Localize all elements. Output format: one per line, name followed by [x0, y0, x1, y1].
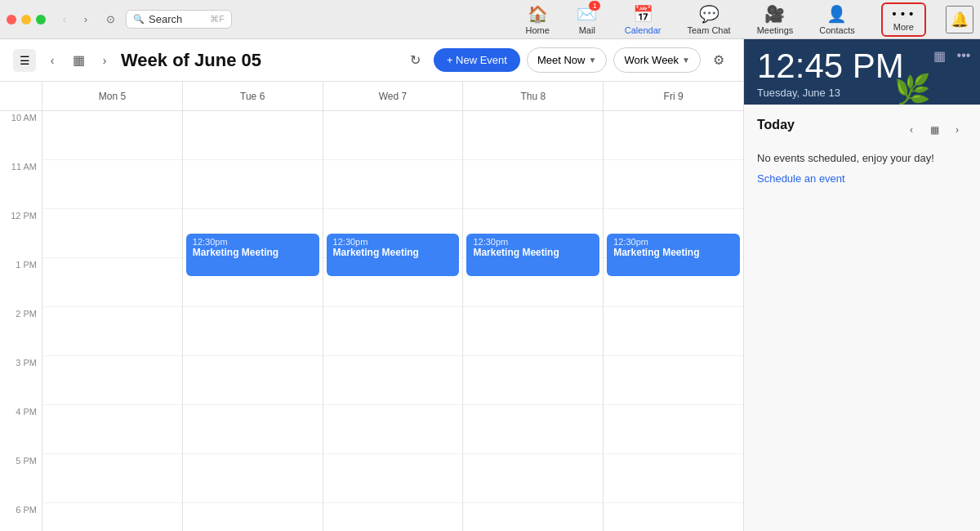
calendar-grid: 10 AM11 AM12 PM1 PM2 PM3 PM4 PM5 PM6 PM … [0, 82, 743, 531]
meet-now-button[interactable]: Meet Now ▼ [527, 47, 607, 73]
time-slot: 3 PM [0, 356, 42, 405]
time-column: 10 AM11 AM12 PM1 PM2 PM3 PM4 PM5 PM6 PM [0, 82, 42, 531]
hour-line [183, 405, 323, 454]
calendar-section: ☰ ‹ ▦ › Week of June 05 ↻ + New Event Me… [0, 39, 743, 531]
time-label: 12 PM [11, 211, 37, 221]
hour-line [323, 405, 463, 454]
day-header: Mon 5 [42, 82, 183, 110]
calendar-toolbar: ☰ ‹ ▦ › Week of June 05 ↻ + New Event Me… [0, 39, 743, 82]
clock-panel: 12:45 PM Tuesday, June 13 ▦ ••• 🌿 [744, 39, 980, 105]
back-button[interactable]: ‹ [56, 11, 74, 29]
time-slot: 2 PM [0, 307, 42, 356]
day-column[interactable]: 12:30pmMarketing Meeting [463, 111, 604, 531]
title-bar: ‹ › ⊙ 🔍 Search ⌘F 🏠 Home ✉️ 1 Mail 📅 Cal… [0, 0, 980, 39]
minimize-button[interactable] [21, 15, 31, 25]
hour-line [463, 307, 603, 356]
hour-line [42, 356, 182, 405]
action-button[interactable]: ⊙ [101, 11, 119, 29]
event-time: 12:30pm [473, 237, 593, 247]
today-grid-button[interactable]: ▦ [924, 120, 944, 140]
today-next-button[interactable]: › [947, 120, 967, 140]
time-slot: 6 PM [0, 503, 42, 531]
mail-label: Mail [579, 25, 595, 35]
forward-button[interactable]: › [77, 11, 95, 29]
toolbar-item-mail[interactable]: ✉️ 1 Mail [563, 1, 612, 38]
view-select-button[interactable]: Work Week ▼ [613, 47, 701, 73]
hour-line [604, 356, 743, 405]
today-header: Today ‹ ▦ › [757, 118, 967, 142]
toolbar-item-calendar[interactable]: 📅 Calendar [612, 1, 675, 38]
toolbar-item-meetings[interactable]: 🎥 Meetings [744, 1, 807, 38]
calendar-title: Week of June 05 [121, 50, 261, 71]
hour-line [463, 111, 603, 160]
day-column[interactable] [42, 111, 183, 531]
event-block[interactable]: 12:30pmMarketing Meeting [607, 234, 740, 276]
cal-prev-button[interactable]: ‹ [42, 51, 62, 70]
event-time: 12:30pm [333, 237, 453, 247]
hour-line [463, 503, 603, 531]
mail-icon: ✉️ 1 [577, 4, 597, 24]
clock-time: 12:45 PM [757, 47, 904, 85]
traffic-lights [7, 15, 46, 25]
day-column[interactable]: 12:30pmMarketing Meeting [183, 111, 323, 531]
day-header: Fri 9 [604, 82, 743, 110]
teamchat-label: Team Chat [687, 25, 730, 35]
hour-line [463, 160, 603, 209]
day-header: Thu 8 [463, 82, 604, 110]
teamchat-icon: 💬 [699, 4, 719, 24]
hour-line [323, 503, 463, 531]
event-title: Marketing Meeting [613, 247, 733, 258]
toolbar-item-more[interactable]: ••• More [868, 0, 939, 40]
cal-grid-icon[interactable]: ▦ [69, 51, 88, 70]
time-label: 3 PM [16, 358, 37, 368]
day-column[interactable]: 12:30pmMarketing Meeting [323, 111, 464, 531]
maximize-button[interactable] [36, 15, 46, 25]
more-options-icon[interactable]: ••• [954, 46, 973, 65]
contacts-icon: 👤 [826, 4, 847, 24]
time-label: 5 PM [16, 456, 37, 466]
window-nav-arrows: ‹ › [56, 11, 95, 29]
calendar-label: Calendar [625, 25, 662, 35]
toolbar-item-home[interactable]: 🏠 Home [512, 1, 562, 38]
hour-line [183, 160, 323, 209]
home-icon: 🏠 [528, 4, 548, 24]
day-columns: 12:30pmMarketing Meeting12:30pmMarketing… [42, 111, 743, 531]
sidebar-toggle-button[interactable]: ☰ [13, 49, 36, 72]
notifications-button[interactable]: 🔔 [946, 6, 973, 33]
hour-line [604, 160, 743, 209]
new-event-button[interactable]: + New Event [434, 48, 520, 72]
hour-line [42, 209, 182, 258]
calendar-icon: 📅 [633, 4, 653, 24]
day-header: Wed 7 [323, 82, 464, 110]
hour-line [463, 454, 603, 503]
hour-line [604, 111, 743, 160]
time-slot: 4 PM [0, 405, 42, 454]
day-column[interactable]: 12:30pmMarketing Meeting [604, 111, 743, 531]
time-slot: 10 AM [0, 111, 42, 160]
meet-now-label: Meet Now [537, 54, 586, 66]
cal-next-button[interactable]: › [95, 51, 114, 70]
today-panel: Today ‹ ▦ › No events scheduled, enjoy y… [744, 105, 980, 199]
event-title: Marketing Meeting [473, 247, 593, 258]
close-button[interactable] [7, 15, 16, 25]
toolbar-item-contacts[interactable]: 👤 Contacts [806, 1, 867, 38]
today-title: Today [757, 118, 795, 132]
event-title: Marketing Meeting [333, 247, 453, 258]
event-block[interactable]: 12:30pmMarketing Meeting [466, 234, 599, 276]
toolbar-item-teamchat[interactable]: 💬 Team Chat [674, 1, 743, 38]
event-block[interactable]: 12:30pmMarketing Meeting [186, 234, 319, 276]
schedule-event-link[interactable]: Schedule an event [757, 172, 845, 185]
today-prev-button[interactable]: ‹ [902, 120, 921, 140]
calendar-settings-button[interactable]: ⚙ [707, 49, 730, 72]
refresh-button[interactable]: ↻ [404, 49, 427, 72]
toolbar-nav: 🏠 Home ✉️ 1 Mail 📅 Calendar 💬 Team Chat … [512, 0, 939, 40]
calendar-view-icon[interactable]: ▦ [929, 46, 949, 65]
meetings-label: Meetings [757, 25, 794, 35]
hour-line [463, 405, 603, 454]
hour-line [42, 111, 182, 160]
search-bar[interactable]: 🔍 Search ⌘F [126, 10, 232, 29]
event-block[interactable]: 12:30pmMarketing Meeting [327, 234, 460, 276]
event-time: 12:30pm [193, 237, 313, 247]
contacts-label: Contacts [819, 25, 854, 35]
time-label: 1 PM [16, 260, 37, 270]
